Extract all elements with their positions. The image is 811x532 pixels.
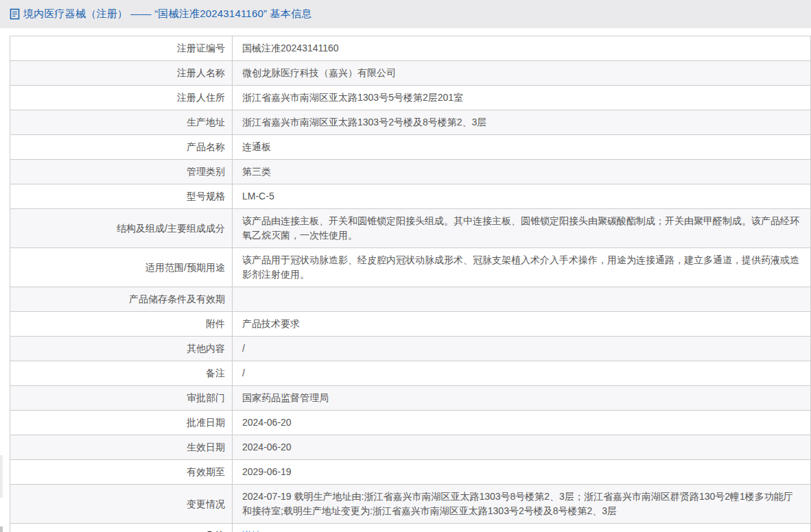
table-row: 型号规格LM-C-5: [10, 184, 811, 209]
row-value: [233, 287, 811, 312]
table-row: 有效期至2029-06-19: [10, 460, 811, 485]
row-label: 附件: [10, 312, 233, 337]
row-value: 浙江省嘉兴市南湖区亚太路1303号5号楼第2层201室: [233, 86, 811, 110]
table-row: 注详情: [10, 524, 811, 532]
row-value: /: [233, 361, 811, 386]
table-row: 注册证编号国械注准20243141160: [10, 36, 811, 61]
row-label: 结构及组成/主要组成成分: [10, 209, 233, 248]
table-row: 管理类别第三类: [10, 160, 811, 184]
table-row: 生产地址浙江省嘉兴市南湖区亚太路1303号2号楼及8号楼第2、3层: [10, 110, 811, 135]
row-label: 注册人名称: [10, 61, 233, 86]
table-row: 审批部门国家药品监督管理局: [10, 386, 811, 411]
row-value: 国家药品监督管理局: [233, 386, 811, 411]
row-value: 第三类: [233, 160, 811, 184]
row-label: 产品储存条件及有效期: [10, 287, 233, 312]
row-value: 详情: [233, 524, 811, 532]
row-label: 审批部门: [10, 386, 233, 411]
row-label: 注册人住所: [10, 86, 233, 110]
row-label: 管理类别: [10, 160, 233, 184]
page: 境内医疗器械（注册） —— “国械注准20243141160” 基本信息 注册证…: [0, 0, 811, 532]
row-value: 产品技术要求: [233, 312, 811, 337]
table-row: 批准日期2024-06-20: [10, 411, 811, 435]
table-row: 产品名称连通板: [10, 135, 811, 160]
table-row: 变更情况2024-07-19 载明生产地址由:浙江省嘉兴市南湖区亚太路1303号…: [10, 485, 811, 524]
row-value: 国械注准20243141160: [233, 36, 811, 61]
row-value: 微创龙脉医疗科技（嘉兴）有限公司: [233, 61, 811, 86]
row-label: 注: [10, 524, 233, 532]
row-label: 产品名称: [10, 135, 233, 160]
row-value: 2029-06-19: [233, 460, 811, 485]
row-label: 生效日期: [10, 435, 233, 460]
row-value: LM-C-5: [233, 184, 811, 209]
page-header: 境内医疗器械（注册） —— “国械注准20243141160” 基本信息: [0, 0, 811, 28]
table-row: 产品储存条件及有效期: [10, 287, 811, 312]
row-value: 2024-06-20: [233, 435, 811, 460]
row-value: /: [233, 337, 811, 361]
table-row: 生效日期2024-06-20: [10, 435, 811, 460]
row-label: 批准日期: [10, 411, 233, 435]
registration-info-table-body: 注册证编号国械注准20243141160注册人名称微创龙脉医疗科技（嘉兴）有限公…: [10, 36, 811, 532]
left-scrollbar-track: [0, 455, 3, 498]
document-icon: [10, 8, 20, 20]
row-label: 生产地址: [10, 110, 233, 135]
row-value: 浙江省嘉兴市南湖区亚太路1303号2号楼及8号楼第2、3层: [233, 110, 811, 135]
row-value: 2024-07-19 载明生产地址由:浙江省嘉兴市南湖区亚太路1303号8号楼第…: [233, 485, 811, 524]
row-label: 注册证编号: [10, 36, 233, 61]
row-label: 备注: [10, 361, 233, 386]
table-row: 适用范围/预期用途该产品用于冠状动脉造影、经皮腔内冠状动脉成形术、冠脉支架植入术…: [10, 248, 811, 287]
table-row: 附件产品技术要求: [10, 312, 811, 337]
table-row: 结构及组成/主要组成成分该产品由连接主板、开关和圆锥锁定阳接头组成。其中连接主板…: [10, 209, 811, 248]
table-row: 注册人名称微创龙脉医疗科技（嘉兴）有限公司: [10, 61, 811, 86]
left-scrollbar-thumb[interactable]: [0, 527, 3, 532]
row-label: 其他内容: [10, 337, 233, 361]
row-label: 变更情况: [10, 485, 233, 524]
table-row: 其他内容/: [10, 337, 811, 361]
row-label: 有效期至: [10, 460, 233, 485]
row-value: 该产品用于冠状动脉造影、经皮腔内冠状动脉成形术、冠脉支架植入术介入手术操作，用途…: [233, 248, 811, 287]
row-value: 2024-06-20: [233, 411, 811, 435]
row-label: 型号规格: [10, 184, 233, 209]
table-row: 注册人住所浙江省嘉兴市南湖区亚太路1303号5号楼第2层201室: [10, 86, 811, 110]
row-value: 连通板: [233, 135, 811, 160]
page-title: 境内医疗器械（注册） —— “国械注准20243141160” 基本信息: [23, 8, 312, 21]
row-label: 适用范围/预期用途: [10, 248, 233, 287]
row-value: 该产品由连接主板、开关和圆锥锁定阳接头组成。其中连接主板、圆锥锁定阳接头由聚碳酸…: [233, 209, 811, 248]
registration-info-table: 注册证编号国械注准20243141160注册人名称微创龙脉医疗科技（嘉兴）有限公…: [10, 36, 811, 532]
table-row: 备注/: [10, 361, 811, 386]
